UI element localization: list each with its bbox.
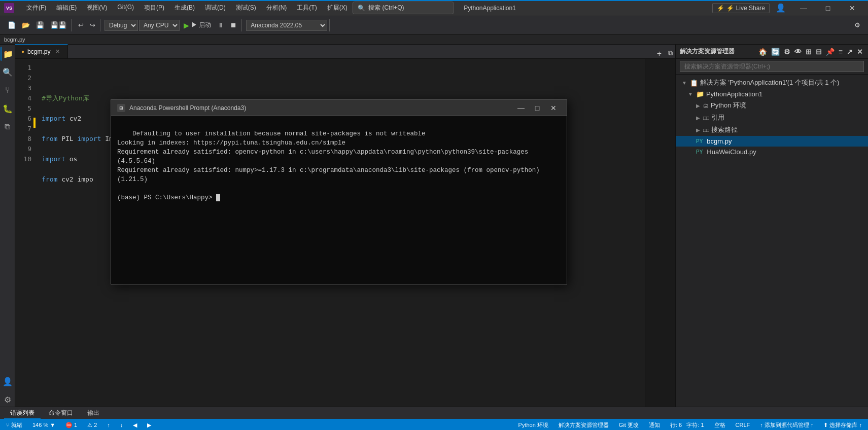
terminal-close-button[interactable]: ✕ xyxy=(546,102,561,114)
menu-analyze[interactable]: 分析(N) xyxy=(262,3,291,13)
git-changes-tab[interactable]: Git 更改 xyxy=(617,419,641,430)
rp-home-icon[interactable]: 🏠 xyxy=(757,47,768,57)
env-select[interactable]: Anaconda 2022.05 xyxy=(246,20,327,31)
tree-search-path[interactable]: ▶ □□ 搜索路径 xyxy=(676,124,868,136)
terminal-body[interactable]: Defaulting to user installation because … xyxy=(111,116,567,284)
maximize-button[interactable]: □ xyxy=(816,0,840,16)
menu-edit[interactable]: 编辑(E) xyxy=(52,3,81,13)
bottom-tab-output[interactable]: 输出 xyxy=(81,408,106,419)
bottom-tab-command[interactable]: 命令窗口 xyxy=(43,408,79,419)
open-file-button[interactable]: 📂 xyxy=(19,20,32,30)
row-col-status[interactable]: 行: 6 字符: 1 xyxy=(668,419,706,430)
user-avatar[interactable]: 👤 xyxy=(776,3,786,13)
scroll-left[interactable]: ◀ xyxy=(131,419,139,430)
searchpath-expand: ▶ xyxy=(696,127,700,133)
rp-preview-icon[interactable]: 👁 xyxy=(793,47,803,57)
close-button[interactable]: ✕ xyxy=(841,0,864,16)
ref-expand: ▶ xyxy=(696,115,700,121)
split-editor-button[interactable]: ⧉ xyxy=(666,48,675,58)
platform-select[interactable]: Any CPU xyxy=(139,20,180,31)
tree-huaweicloud[interactable]: PY HuaWeiCloud.py xyxy=(676,147,868,157)
activity-settings[interactable]: ⚙ xyxy=(1,392,15,407)
project-root[interactable]: ▼ 📁 PythonApplication1 xyxy=(676,89,868,99)
terminal-line-3: Requirement already satisfied: opencv-py… xyxy=(117,149,532,165)
menu-git[interactable]: Git(G) xyxy=(113,3,138,13)
bottom-tab-errors[interactable]: 错误列表 xyxy=(4,408,41,419)
git-icon: ⑂ xyxy=(6,422,10,428)
searchpath-icon: □□ xyxy=(703,127,709,133)
rp-collapse-icon[interactable]: ⊟ xyxy=(815,47,823,57)
menu-build[interactable]: 生成(B) xyxy=(170,3,199,13)
select-repo[interactable]: ⬆ 选择存储库 ↑ xyxy=(821,419,864,430)
rp-filter-icon[interactable]: ⚙ xyxy=(783,47,791,57)
stop-button[interactable]: ⏹ xyxy=(228,20,239,30)
rp-close-icon[interactable]: ✕ xyxy=(856,47,864,57)
tree-references[interactable]: ▶ □□ 引用 xyxy=(676,112,868,124)
rp-expand-icon[interactable]: ⊞ xyxy=(805,47,813,57)
bcgm-label: bcgm.py xyxy=(707,137,732,145)
new-file-button[interactable]: 📄 xyxy=(5,20,18,30)
python-env-tab[interactable]: Python 环境 xyxy=(516,419,550,430)
live-share-button[interactable]: ⚡ ⚡ Live Share xyxy=(712,3,770,13)
new-tab-button[interactable]: + xyxy=(653,49,666,58)
activity-debug[interactable]: 🐛 xyxy=(1,101,15,116)
scroll-right[interactable]: ▶ xyxy=(145,419,153,430)
rp-sync-icon[interactable]: 🔄 xyxy=(770,47,781,57)
warning-count[interactable]: ⚠ 2 xyxy=(85,419,99,430)
solution-explorer-title: 解决方案资源管理器 xyxy=(680,47,735,56)
menu-test[interactable]: 测试(S) xyxy=(232,3,260,13)
menu-debug[interactable]: 调试(D) xyxy=(201,3,230,13)
menu-extensions[interactable]: 扩展(X) xyxy=(323,3,352,13)
terminal-controls: — □ ✕ xyxy=(514,102,561,114)
rp-pin-icon[interactable]: 📌 xyxy=(825,47,836,57)
project-icon: 📁 xyxy=(696,90,704,98)
solution-explorer-panel: 解决方案资源管理器 🏠 🔄 ⚙ 👁 ⊞ ⊟ 📌 ≡ ↗ ✕ ▼ 📋 xyxy=(675,45,868,407)
activity-search[interactable]: 🔍 xyxy=(1,65,15,79)
pause-button[interactable]: ⏸ xyxy=(215,20,227,30)
solution-root[interactable]: ▼ 📋 解决方案 'PythonApplication1'(1 个项目/共 1 … xyxy=(676,77,868,89)
activity-git[interactable]: ⑂ xyxy=(1,83,15,97)
git-status[interactable]: ⑂ 就绪 xyxy=(4,419,24,430)
settings-button[interactable]: ⚙ xyxy=(852,20,863,30)
redo-button[interactable]: ↪ xyxy=(87,20,98,30)
debug-config-select[interactable]: Debug xyxy=(105,20,138,31)
notifications-tab[interactable]: 通知 xyxy=(647,419,662,430)
error-count[interactable]: ⛔ 1 xyxy=(63,419,79,430)
solution-explorer-tab[interactable]: 解决方案资源管理器 xyxy=(557,419,611,430)
menu-tools[interactable]: 工具(T) xyxy=(293,3,321,13)
yellow-breakpoint-indicator xyxy=(33,118,36,128)
bottom-panel-tabs: 错误列表 命令窗口 输出 xyxy=(0,407,868,419)
global-search-box[interactable]: 🔍 搜索 (Ctrl+Q) xyxy=(352,2,454,14)
add-to-source[interactable]: ↑ 添加到源代码管理 ↑ xyxy=(758,419,815,430)
solution-search-input[interactable] xyxy=(680,61,864,72)
undo-button[interactable]: ↩ xyxy=(76,20,86,30)
menu-project[interactable]: 项目(P) xyxy=(140,3,168,13)
activity-account[interactable]: 👤 xyxy=(1,374,15,388)
activity-explorer[interactable]: 📁 xyxy=(1,47,15,61)
save-button[interactable]: 💾 xyxy=(33,20,47,30)
tree-python-env[interactable]: ▶ 🗂 Python 环境 xyxy=(676,99,868,112)
tab-bcgm[interactable]: ● bcgm.py ✕ xyxy=(15,44,68,58)
tree-bcgm[interactable]: PY bcgm.py xyxy=(676,136,868,147)
row-label: 行: 6 xyxy=(670,421,682,429)
encoding-status[interactable]: CRLF xyxy=(734,419,752,430)
error-icon: ⛔ xyxy=(65,422,73,428)
rp-unpin-icon[interactable]: ↗ xyxy=(846,47,854,57)
terminal-minimize-button[interactable]: — xyxy=(514,102,528,114)
menu-file[interactable]: 文件(F) xyxy=(22,3,50,13)
spaces-status[interactable]: 空格 xyxy=(712,419,727,430)
terminal-maximize-button[interactable]: □ xyxy=(530,102,544,114)
tab-close-button[interactable]: ✕ xyxy=(53,48,61,56)
activity-extensions[interactable]: ⧉ xyxy=(1,120,15,134)
nav-down[interactable]: ↓ xyxy=(118,419,125,430)
zoom-level[interactable]: 146 % ▼ xyxy=(30,419,57,430)
run-button[interactable]: ▶ ▶ 启动 xyxy=(181,20,214,30)
rp-settings-icon[interactable]: ≡ xyxy=(838,47,844,57)
nav-up[interactable]: ↑ xyxy=(105,419,112,430)
ref-icon: □□ xyxy=(703,115,709,121)
menu-view[interactable]: 视图(V) xyxy=(83,3,111,13)
minimize-button[interactable]: — xyxy=(792,0,815,16)
breadcrumb-file[interactable]: bcgm.py xyxy=(4,37,25,43)
git-label: 就绪 xyxy=(11,421,22,429)
save-all-button[interactable]: 💾💾 xyxy=(48,20,69,30)
